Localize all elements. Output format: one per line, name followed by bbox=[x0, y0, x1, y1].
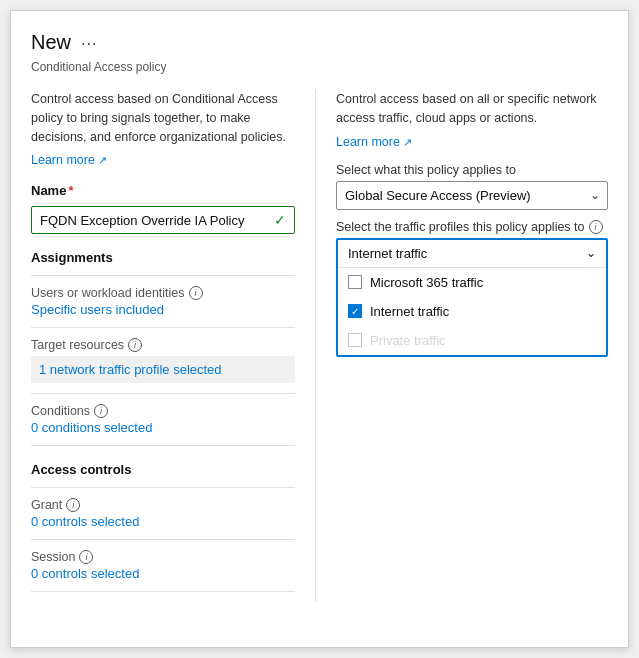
traffic-profiles-label: Select the traffic profiles this policy … bbox=[336, 220, 608, 234]
valid-checkmark-icon: ✓ bbox=[274, 212, 286, 228]
session-section: Session i 0 controls selected bbox=[31, 550, 295, 581]
session-divider bbox=[31, 591, 295, 592]
policy-applies-dropdown[interactable]: Global Secure Access (Preview) bbox=[336, 181, 608, 210]
conditions-link[interactable]: 0 conditions selected bbox=[31, 420, 152, 435]
main-window: New ··· Conditional Access policy Contro… bbox=[10, 10, 629, 648]
m365-checkbox[interactable] bbox=[348, 275, 362, 289]
access-controls-divider bbox=[31, 487, 295, 488]
conditions-section: Conditions i 0 conditions selected bbox=[31, 404, 295, 435]
access-controls-label: Access controls bbox=[31, 462, 295, 477]
policy-applies-label: Select what this policy applies to bbox=[336, 163, 608, 177]
assignments-divider bbox=[31, 275, 295, 276]
name-section-label: Name* bbox=[31, 183, 295, 198]
target-resources-section: Target resources i 1 network traffic pro… bbox=[31, 338, 295, 383]
right-learn-more-link[interactable]: Learn more bbox=[336, 135, 412, 149]
grant-label: Grant i bbox=[31, 498, 295, 512]
option-m365[interactable]: Microsoft 365 traffic bbox=[338, 268, 606, 297]
policy-applies-dropdown-container: Global Secure Access (Preview) ⌄ bbox=[336, 181, 608, 210]
left-learn-more-link[interactable]: Learn more bbox=[31, 153, 107, 167]
private-checkbox[interactable] bbox=[348, 333, 362, 347]
internet-checkbox[interactable] bbox=[348, 304, 362, 318]
m365-label: Microsoft 365 traffic bbox=[370, 275, 483, 290]
conditions-divider bbox=[31, 445, 295, 446]
conditions-label: Conditions i bbox=[31, 404, 295, 418]
more-options-button[interactable]: ··· bbox=[79, 35, 99, 53]
internet-label: Internet traffic bbox=[370, 304, 449, 319]
session-link[interactable]: 0 controls selected bbox=[31, 566, 139, 581]
users-info-icon[interactable]: i bbox=[189, 286, 203, 300]
left-column: Control access based on Conditional Acce… bbox=[31, 90, 316, 602]
traffic-profiles-dropdown[interactable]: Internet traffic ⌄ Microsoft 365 traffic… bbox=[336, 238, 608, 357]
page-subtitle: Conditional Access policy bbox=[31, 60, 608, 74]
page-title: New bbox=[31, 31, 71, 54]
conditions-info-icon[interactable]: i bbox=[94, 404, 108, 418]
private-label: Private traffic bbox=[370, 333, 446, 348]
session-info-icon[interactable]: i bbox=[79, 550, 93, 564]
option-internet[interactable]: Internet traffic bbox=[338, 297, 606, 326]
policy-name-input[interactable]: FQDN Exception Override IA Policy ✓ bbox=[31, 206, 295, 234]
session-label: Session i bbox=[31, 550, 295, 564]
traffic-profiles-info-icon[interactable]: i bbox=[589, 220, 603, 234]
required-indicator: * bbox=[68, 183, 73, 198]
target-resources-link[interactable]: 1 network traffic profile selected bbox=[39, 362, 222, 377]
users-label: Users or workload identities i bbox=[31, 286, 295, 300]
assignments-label: Assignments bbox=[31, 250, 295, 265]
users-section: Users or workload identities i Specific … bbox=[31, 286, 295, 317]
grant-divider bbox=[31, 539, 295, 540]
traffic-profiles-dropdown-header[interactable]: Internet traffic ⌄ bbox=[338, 240, 606, 267]
left-description: Control access based on Conditional Acce… bbox=[31, 90, 295, 146]
target-info-icon[interactable]: i bbox=[128, 338, 142, 352]
right-column: Control access based on all or specific … bbox=[336, 90, 608, 602]
target-resources-value-box[interactable]: 1 network traffic profile selected bbox=[31, 356, 295, 383]
option-private[interactable]: Private traffic bbox=[338, 326, 606, 355]
target-divider bbox=[31, 393, 295, 394]
grant-section: Grant i 0 controls selected bbox=[31, 498, 295, 529]
traffic-profiles-options-list: Microsoft 365 traffic Internet traffic P… bbox=[338, 267, 606, 355]
grant-info-icon[interactable]: i bbox=[66, 498, 80, 512]
traffic-profiles-chevron-icon: ⌄ bbox=[586, 246, 596, 260]
target-resources-label: Target resources i bbox=[31, 338, 295, 352]
users-specific-link[interactable]: Specific users included bbox=[31, 302, 164, 317]
grant-link[interactable]: 0 controls selected bbox=[31, 514, 139, 529]
right-description: Control access based on all or specific … bbox=[336, 90, 608, 128]
users-divider bbox=[31, 327, 295, 328]
